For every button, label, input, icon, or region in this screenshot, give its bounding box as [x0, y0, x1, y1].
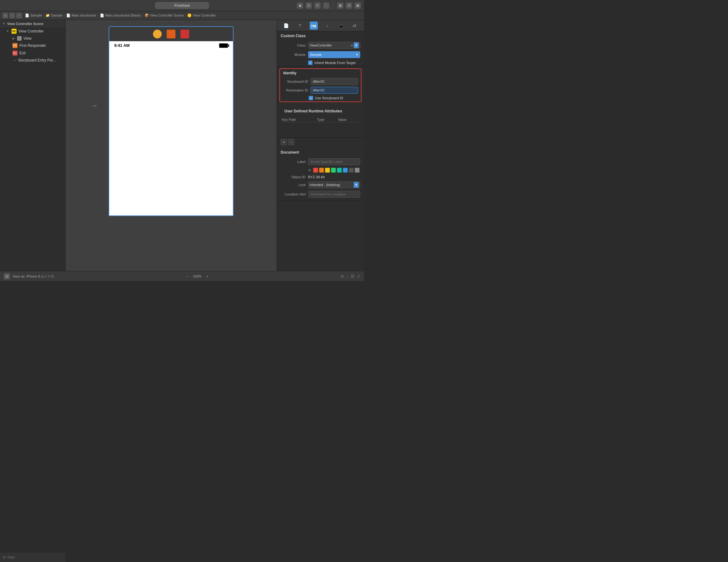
restoration-id-input[interactable] [311, 87, 358, 94]
nav-grid-icon[interactable]: ⊞ [2, 13, 8, 18]
sidebar-label-view: View [23, 36, 32, 41]
vc-expand-arrow[interactable]: ▼ [6, 30, 9, 33]
swatch-blue[interactable] [343, 168, 348, 173]
first-responder-icon: FR [12, 43, 17, 48]
nav-forward-btn[interactable]: › [16, 13, 22, 18]
breadcrumb-bar: ⊞ ‹ › 📄 Sample › 📁 Sample › 📄 Main.story… [0, 11, 364, 20]
restoration-id-row: Restoration ID [280, 86, 361, 95]
breadcrumb-main-storyboard[interactable]: 📄 Main.storyboard [66, 13, 96, 17]
object-id-label: Object ID [281, 175, 306, 179]
breadcrumb-sample1[interactable]: 📄 Sample [25, 13, 42, 17]
tool-phone-btn[interactable]: 📱 [337, 22, 345, 30]
swatch-orange[interactable] [319, 168, 324, 173]
sidebar-item-first-responder[interactable]: FR First Responder [0, 42, 65, 49]
class-select[interactable]: ViewController ✕ ▼ [308, 42, 360, 49]
swatch-teal[interactable] [337, 168, 342, 173]
color-clear-btn[interactable]: ✕ [308, 168, 311, 172]
battery-icon [219, 43, 228, 48]
status-bar: 9:41 AM [109, 41, 233, 50]
doc-label-label: Label [281, 160, 306, 164]
exit-icon: Ex [12, 51, 17, 56]
entry-arrow-icon: → [12, 58, 16, 62]
lock-select[interactable]: Inherited - (Nothing) ▼ [308, 181, 360, 188]
sidebar-section-label: View Controller Scene [7, 22, 43, 26]
breadcrumb-vc[interactable]: 🟡 View Controller [187, 13, 216, 17]
view-icon [17, 36, 22, 41]
runtime-attrs-section: User Defined Runtime Attributes Key Path… [277, 104, 364, 138]
tool-file-btn[interactable]: 📄 [282, 22, 290, 30]
zoom-plus-btn[interactable]: + [204, 273, 210, 279]
storyboard-id-label: Storyboard ID [283, 80, 308, 83]
bottom-left: ▤ View as: iPhone 8 (w C h R) [4, 273, 54, 279]
document-header: Document [277, 148, 364, 157]
titlebar-title: Finished [155, 2, 209, 9]
zoom-fit-icon[interactable]: ⤢ [357, 274, 360, 279]
zoom-minus-btn[interactable]: − [184, 273, 190, 279]
bottom-center: − 100% + [59, 273, 335, 279]
status-time: 9:41 AM [114, 43, 130, 48]
breadcrumb-sample2[interactable]: 📁 Sample [46, 13, 62, 17]
object-id-value: BYZ-38-t0r [308, 175, 325, 179]
nav-back-btn[interactable]: ‹ [9, 13, 15, 18]
localizer-label: Localizer Hint [281, 192, 306, 196]
panel-split-icon[interactable]: ⊟ [346, 2, 352, 9]
class-label: Class [281, 43, 306, 47]
swatch-green[interactable] [331, 168, 336, 173]
panel-left-icon[interactable]: ▣ [337, 2, 343, 9]
breadcrumb-main-base[interactable]: 📄 Main.storyboard (Base) [100, 13, 141, 17]
bottom-bar: ▤ View as: iPhone 8 (w C h R) − 100% + ⊙… [0, 271, 364, 281]
back-icon[interactable]: ← [323, 2, 329, 9]
col-value: Value [337, 117, 360, 122]
breadcrumb-vc-scene[interactable]: 📦 View Controller Scene [145, 13, 184, 17]
remove-runtime-btn[interactable]: − [288, 139, 294, 145]
doc-label-input[interactable] [308, 158, 360, 165]
color-swatches: ✕ [277, 166, 364, 174]
swatch-red[interactable] [313, 168, 318, 173]
iphone-mockup: 9:41 AM [109, 26, 234, 216]
toolbar-yellow-btn[interactable] [153, 30, 162, 38]
inherit-row: ✓ Inherit Module From Target [277, 59, 364, 66]
bottom-panel-toggle[interactable]: ▤ [4, 273, 10, 279]
expand-arrow[interactable]: ▼ [2, 22, 5, 25]
doc-label-row: Label [277, 157, 364, 166]
download-icon[interactable]: ↓ [347, 274, 349, 279]
storyboard-id-input[interactable] [311, 78, 358, 85]
class-clear-btn[interactable]: ✕ [351, 44, 353, 47]
sidebar-item-view-controller[interactable]: ▼ VC View Controller [0, 27, 65, 35]
swatch-dark-gray[interactable] [349, 168, 354, 173]
toolbar-red-btn[interactable] [180, 30, 189, 38]
inherit-checkbox[interactable]: ✓ [308, 61, 312, 65]
swatch-gray[interactable] [355, 168, 360, 173]
sidebar-label-exit: Exit [19, 51, 26, 55]
tool-arrows-btn[interactable]: ⇄ [351, 22, 359, 30]
panel-right-icon[interactable]: ▣ [355, 2, 361, 9]
split-icon[interactable]: ⊟ [351, 274, 354, 279]
tool-identity-btn[interactable]: 🪪 [310, 22, 318, 30]
class-dropdown-arrow[interactable]: ▼ [354, 42, 359, 48]
sidebar-item-entry[interactable]: → Storyboard Entry Poi... [0, 57, 65, 64]
use-storyboard-checkbox[interactable]: ✓ [309, 96, 313, 100]
swatch-yellow[interactable] [325, 168, 330, 173]
sidebar-item-view[interactable]: ▶ View [0, 35, 65, 42]
sidebar-item-exit[interactable]: Ex Exit [0, 49, 65, 57]
localizer-input[interactable] [308, 191, 360, 198]
list-icon[interactable]: ☰ [306, 2, 312, 9]
toolbar-orange-btn[interactable] [167, 30, 175, 38]
record-icon[interactable]: ⏺ [297, 2, 303, 9]
col-type: Type [316, 117, 337, 122]
module-dropdown-arrow[interactable]: ▼ [356, 53, 358, 56]
module-select[interactable]: Sample ▼ [308, 51, 360, 58]
module-row: Module Sample ▼ [277, 50, 364, 59]
identity-section: Identity Storyboard ID Restoration ID ✓ … [279, 68, 362, 102]
canvas-area: → 9:41 AM [66, 20, 277, 271]
view-expand-arrow[interactable]: ▶ [12, 37, 15, 40]
right-panel: 📄 ? 🪪 ↓ 📱 ⇄ Custom Class Class ViewContr… [277, 20, 364, 271]
tool-download-btn[interactable]: ↓ [323, 22, 331, 30]
restoration-id-label: Restoration ID [283, 88, 308, 92]
circle-icon[interactable]: ⊙ [341, 274, 344, 279]
lock-dropdown-arrow[interactable]: ▼ [354, 182, 359, 188]
storyboard-id-row: Storyboard ID [280, 77, 361, 86]
link-icon[interactable]: ⟳ [314, 2, 321, 9]
tool-help-btn[interactable]: ? [296, 22, 304, 30]
add-runtime-btn[interactable]: + [281, 139, 287, 145]
